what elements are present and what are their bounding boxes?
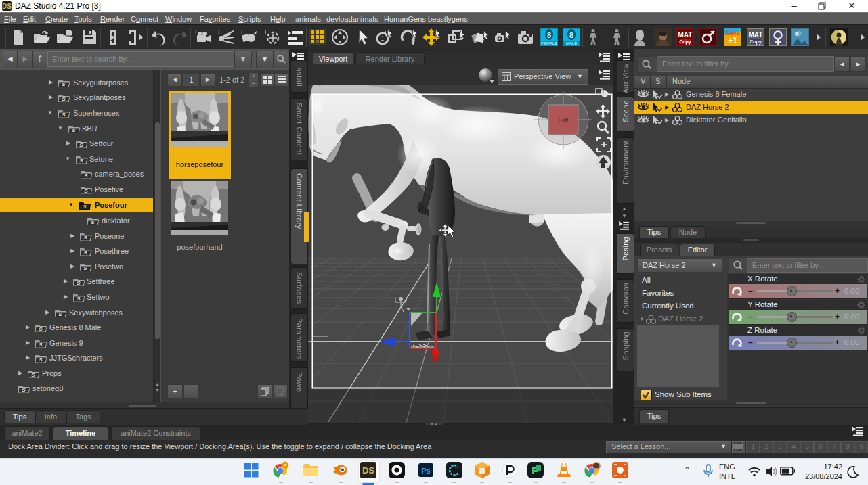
svg-text:8: 8: [569, 31, 573, 39]
svg-text:+: +: [263, 28, 267, 36]
svg-text:S: S: [83, 235, 87, 241]
svg-text:+: +: [194, 28, 198, 36]
svg-text:S: S: [79, 158, 83, 164]
svg-text:S: S: [62, 81, 66, 87]
svg-text:S: S: [58, 311, 62, 317]
svg-text:S: S: [84, 188, 88, 194]
svg-text:MAT: MAT: [749, 31, 763, 39]
svg-text:MAT: MAT: [678, 31, 693, 39]
svg-text:S: S: [31, 372, 35, 378]
svg-text:S: S: [91, 219, 95, 225]
svg-text:S: S: [77, 296, 81, 302]
svg-text:S: S: [39, 326, 43, 332]
svg-text:S: S: [83, 204, 87, 210]
svg-text:+1: +1: [728, 36, 737, 45]
svg-text:Loft: Loft: [558, 117, 569, 124]
svg-text:S: S: [62, 112, 66, 118]
svg-text:S: S: [39, 356, 43, 363]
svg-text:S: S: [22, 387, 26, 393]
svg-text:Ps: Ps: [421, 467, 430, 475]
svg-text:Copy: Copy: [679, 39, 691, 45]
svg-text:S: S: [284, 463, 287, 468]
svg-text:S: S: [77, 280, 81, 286]
svg-text:+: +: [217, 28, 221, 36]
svg-text:Copy: Copy: [750, 39, 762, 45]
svg-text:FEMALE: FEMALE: [541, 41, 557, 45]
svg-text:+: +: [240, 28, 244, 36]
svg-text:DS: DS: [2, 3, 12, 10]
svg-text:S: S: [72, 127, 76, 133]
svg-text:MALE: MALE: [566, 41, 577, 45]
svg-text:S: S: [79, 142, 83, 148]
svg-text:DS: DS: [362, 465, 374, 476]
svg-text:S: S: [83, 265, 87, 271]
svg-text:8: 8: [547, 31, 551, 39]
svg-text:S: S: [83, 250, 87, 256]
svg-text:S: S: [62, 96, 66, 102]
svg-text:S: S: [84, 172, 88, 179]
svg-text:S: S: [39, 342, 43, 348]
